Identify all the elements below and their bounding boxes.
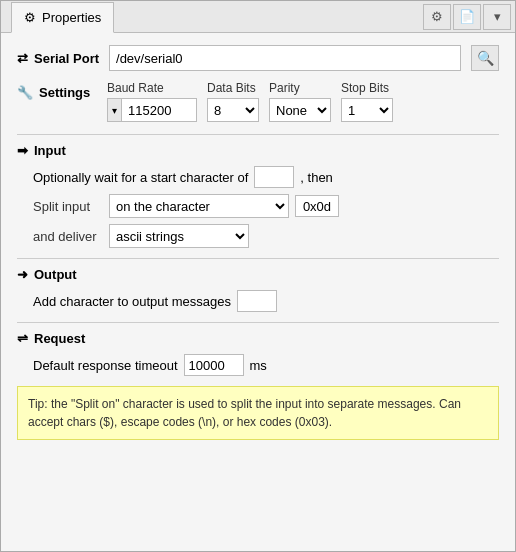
data-bits-label: Data Bits	[207, 81, 259, 95]
hex-char-input[interactable]	[295, 195, 339, 217]
deliver-label: and deliver	[33, 229, 103, 244]
divider-2	[17, 258, 499, 259]
properties-window: ⚙ Properties ⚙ 📄 ▾ ⇄ Serial Port 🔍 🔧	[0, 0, 516, 552]
title-bar: ⚙ Properties ⚙ 📄 ▾	[1, 1, 515, 33]
title-bar-left: ⚙ Properties	[1, 1, 114, 32]
settings-icon-button[interactable]: ⚙	[423, 4, 451, 30]
data-bits-group: Data Bits 8 7 6 5	[207, 81, 259, 122]
input-section-label: Input	[34, 143, 66, 158]
baud-rate-group: Baud Rate ▾ 115200	[107, 81, 197, 122]
divider-3	[17, 322, 499, 323]
tab-label: Properties	[42, 10, 101, 25]
search-icon: 🔍	[477, 50, 494, 66]
output-section-label: Output	[34, 267, 77, 282]
input-icon: ➡	[17, 143, 28, 158]
stop-bits-select[interactable]: 1 1.5 2	[341, 98, 393, 122]
data-bits-select[interactable]: 8 7 6 5	[207, 98, 259, 122]
port-icon: ⇄	[17, 51, 28, 66]
stop-bits-group: Stop Bits 1 1.5 2	[341, 81, 393, 122]
request-section-header: ⇌ Request	[17, 331, 499, 346]
request-section-label: Request	[34, 331, 85, 346]
content-area: ⇄ Serial Port 🔍 🔧 Settings Baud Rate ▾ 1…	[1, 33, 515, 551]
baud-rate-label: Baud Rate	[107, 81, 197, 95]
timeout-row: Default response timeout ms	[17, 354, 499, 376]
serial-port-row: ⇄ Serial Port 🔍	[17, 45, 499, 71]
deliver-row: and deliver ascii strings binary buffers	[17, 224, 499, 248]
timeout-label: Default response timeout	[33, 358, 178, 373]
divider-1	[17, 134, 499, 135]
request-section: ⇌ Request Default response timeout ms	[17, 331, 499, 376]
parity-select[interactable]: None Even Odd	[269, 98, 331, 122]
output-section-header: ➜ Output	[17, 267, 499, 282]
stop-bits-label: Stop Bits	[341, 81, 393, 95]
ms-label: ms	[250, 358, 267, 373]
title-bar-actions: ⚙ 📄 ▾	[423, 4, 515, 30]
timeout-input[interactable]	[184, 354, 244, 376]
input-section: ➡ Input Optionally wait for a start char…	[17, 143, 499, 248]
tip-text: Tip: the "Split on" character is used to…	[28, 397, 461, 429]
add-char-label: Add character to output messages	[33, 294, 231, 309]
input-section-header: ➡ Input	[17, 143, 499, 158]
output-icon: ➜	[17, 267, 28, 282]
properties-tab[interactable]: ⚙ Properties	[11, 2, 114, 33]
output-section: ➜ Output Add character to output message…	[17, 267, 499, 312]
settings-fields: Baud Rate ▾ 115200 Data Bits 8 7 6 5	[107, 81, 393, 122]
baud-arrow-icon[interactable]: ▾	[108, 99, 122, 121]
parity-group: Parity None Even Odd	[269, 81, 331, 122]
serial-port-input[interactable]	[109, 45, 461, 71]
start-char-input[interactable]	[254, 166, 294, 188]
doc-icon-button[interactable]: 📄	[453, 4, 481, 30]
wait-text: Optionally wait for a start character of	[33, 170, 248, 185]
search-button[interactable]: 🔍	[471, 45, 499, 71]
split-on-select[interactable]: on the character on a fixed length never	[109, 194, 289, 218]
output-char-input[interactable]	[237, 290, 277, 312]
deliver-select[interactable]: ascii strings binary buffers	[109, 224, 249, 248]
settings-row: 🔧 Settings Baud Rate ▾ 115200 Data Bits …	[17, 81, 499, 122]
chevron-down-button[interactable]: ▾	[483, 4, 511, 30]
then-text: , then	[300, 170, 333, 185]
baud-rate-control[interactable]: ▾ 115200	[107, 98, 197, 122]
parity-label: Parity	[269, 81, 331, 95]
wait-char-row: Optionally wait for a start character of…	[17, 166, 499, 188]
settings-label: 🔧 Settings	[17, 81, 97, 100]
gear-icon: ⚙	[24, 10, 36, 25]
wrench-icon: 🔧	[17, 85, 33, 100]
request-icon: ⇌	[17, 331, 28, 346]
split-input-row: Split input on the character on a fixed …	[17, 194, 499, 218]
baud-rate-value: 115200	[122, 103, 177, 118]
split-input-label: Split input	[33, 199, 103, 214]
output-char-row: Add character to output messages	[17, 290, 499, 312]
tip-box: Tip: the "Split on" character is used to…	[17, 386, 499, 440]
serial-port-label: ⇄ Serial Port	[17, 51, 99, 66]
